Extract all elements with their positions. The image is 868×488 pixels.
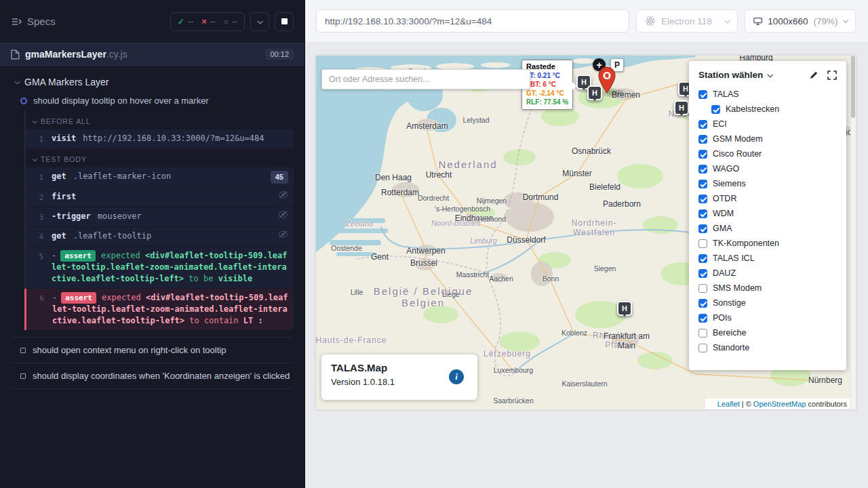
spec-name: gmaMarkersLayer.cy.js	[25, 49, 127, 60]
test-row-pending[interactable]: should display coordinates when 'Koordin…	[11, 363, 294, 389]
stat-failed: ×--	[201, 16, 216, 26]
aut-viewport: NederlandBelgië / Belgique BelgienNieder…	[305, 43, 868, 488]
stop-button[interactable]	[275, 12, 294, 31]
station-checkbox[interactable]	[698, 120, 707, 129]
eye-slash-icon	[278, 191, 288, 199]
station-label: Standorte	[713, 343, 749, 352]
attempt-body: BEFORE ALL 1 visithttp://192.168.10.33:3…	[24, 111, 294, 330]
browser-select[interactable]: Electron 118	[636, 9, 738, 33]
station-checkbox[interactable]	[698, 135, 707, 144]
test-body-header[interactable]: TEST BODY	[26, 149, 294, 167]
station-label: TK-Komponenten	[713, 239, 779, 248]
test-body-label: TEST BODY	[41, 155, 87, 163]
station-checkbox[interactable]	[698, 90, 707, 99]
station-checkbox[interactable]	[698, 284, 707, 293]
dash: -	[52, 251, 56, 260]
station-label: POIs	[713, 313, 732, 323]
chevron-down-icon	[257, 18, 262, 24]
station-item[interactable]: WAGO	[689, 161, 846, 176]
command-row-first[interactable]: 2 first	[26, 188, 294, 207]
station-label: WDM	[713, 209, 734, 218]
info-icon[interactable]: i	[449, 369, 464, 384]
test-row-active[interactable]: should display tooltip on hover over a m…	[11, 93, 294, 111]
station-item[interactable]: Siemens	[689, 176, 846, 191]
browser-label: Electron 118	[661, 16, 712, 26]
station-checkbox[interactable]	[698, 299, 707, 308]
fullscreen-icon[interactable]	[827, 70, 837, 80]
station-select[interactable]: Station wählen	[698, 70, 763, 80]
viewport-select[interactable]: 1000x660 (79%)	[745, 9, 856, 33]
command-name: first	[52, 192, 76, 201]
station-checkbox[interactable]	[698, 254, 707, 263]
search-input[interactable]	[321, 69, 530, 89]
station-checkbox[interactable]	[698, 195, 707, 203]
station-item[interactable]: OTDR	[689, 191, 846, 206]
station-checkbox[interactable]	[698, 180, 707, 188]
command-row-get-tooltip[interactable]: 4 get.leaflet-tooltip	[26, 227, 294, 246]
station-checkbox[interactable]	[698, 209, 707, 218]
leaflet-map[interactable]: NederlandBelgië / Belgique BelgienNieder…	[316, 56, 856, 409]
tooltip-line: GT: -2.14 °C	[526, 89, 568, 98]
command-row-visit[interactable]: 1 visithttp://192.168.10.33:3000/?m=12&u…	[26, 129, 294, 148]
station-item[interactable]: TK-Komponenten	[689, 236, 846, 251]
test-row-pending[interactable]: should open context menu on right-click …	[11, 337, 294, 363]
station-item[interactable]: Sonstige	[689, 296, 846, 310]
station-item[interactable]: Bereiche	[689, 325, 846, 340]
map-attribution: Leaflet | © OpenStreetMap contributors	[705, 399, 850, 409]
specs-nav[interactable]: Specs	[11, 16, 56, 27]
station-item[interactable]: WDM	[689, 206, 846, 221]
station-item[interactable]: ECI	[689, 117, 846, 131]
osm-link[interactable]: OpenStreetMap	[753, 400, 806, 408]
aut-panel: http://192.168.10.33:3000/?m=12&u=484 El…	[305, 0, 868, 488]
station-item[interactable]: TALAS ICL	[689, 251, 846, 266]
tooltip-lines: LT: 0.21 °CFBT: 6 °CGT: -2.14 °CRLF: 77.…	[526, 71, 568, 106]
app-title: TALAS.Map	[331, 362, 468, 373]
station-item[interactable]: DAUZ	[689, 266, 846, 281]
url-bar[interactable]: http://192.168.10.33:3000/?m=12&u=484	[316, 9, 629, 33]
station-checkbox[interactable]	[698, 344, 707, 352]
station-checkbox[interactable]	[698, 150, 707, 159]
chevron-down-icon[interactable]	[768, 72, 773, 77]
station-checkbox[interactable]	[711, 105, 720, 114]
tooltip-line: LT: 0.21 °C	[526, 71, 568, 80]
station-marker-icon[interactable]: H	[617, 301, 632, 316]
station-item[interactable]: SMS Modem	[689, 281, 846, 296]
electron-icon	[645, 16, 656, 26]
station-item[interactable]: Standorte	[689, 340, 846, 355]
station-label: Cisco Router	[713, 149, 762, 159]
tooltip-line: RLF: 77.54 %	[526, 98, 568, 106]
station-item[interactable]: POIs	[689, 310, 846, 325]
suite-row[interactable]: GMA Markers Layer	[11, 74, 294, 93]
station-checkbox[interactable]	[698, 239, 707, 248]
edit-pencil-icon[interactable]	[809, 70, 818, 80]
station-item[interactable]: TALAS	[689, 87, 846, 102]
station-item[interactable]: Kabelstrecken	[689, 102, 846, 117]
assert-row-failed[interactable]: 6 -assertexpected <div#leaflet-tooltip-5…	[24, 289, 294, 330]
scrollbar-thumb[interactable]	[851, 56, 855, 118]
before-all-header[interactable]: BEFORE ALL	[26, 111, 294, 129]
station-label: TALAS ICL	[713, 253, 755, 263]
leaflet-link[interactable]: Leaflet	[717, 400, 740, 408]
command-number: 3	[26, 211, 43, 223]
station-checkbox[interactable]	[698, 314, 707, 323]
station-checkbox[interactable]	[698, 224, 707, 233]
active-marker-pin[interactable]	[598, 66, 616, 96]
station-item[interactable]: Cisco Router	[689, 146, 846, 161]
station-item[interactable]: GMA	[689, 221, 846, 236]
station-checkbox[interactable]	[698, 165, 707, 174]
collapse-button[interactable]	[250, 12, 269, 31]
assert-row-passed[interactable]: 5 -assertexpected <div#leaflet-tooltip-5…	[26, 247, 294, 288]
station-marker-icon[interactable]: H	[674, 100, 689, 115]
command-row-trigger[interactable]: 3 -triggermouseover	[26, 207, 294, 226]
station-label: GSM Modem	[713, 134, 763, 144]
spec-file-row[interactable]: gmaMarkersLayer.cy.js 00:12	[0, 43, 304, 66]
station-checkbox[interactable]	[698, 269, 707, 278]
command-row-get-marker[interactable]: 1 get.leaflet-marker-icon 45	[26, 167, 294, 187]
pending-tests: should open context menu on right-click …	[11, 337, 294, 389]
station-item[interactable]: GSM Modem	[689, 131, 846, 146]
scrollbar	[850, 56, 856, 409]
command-name: -trigger	[52, 211, 91, 221]
command-log: GMA Markers Layer should display tooltip…	[0, 66, 304, 488]
station-checkbox[interactable]	[698, 329, 707, 338]
test-stats[interactable]: ✓-- ×-- ○--	[170, 12, 245, 31]
